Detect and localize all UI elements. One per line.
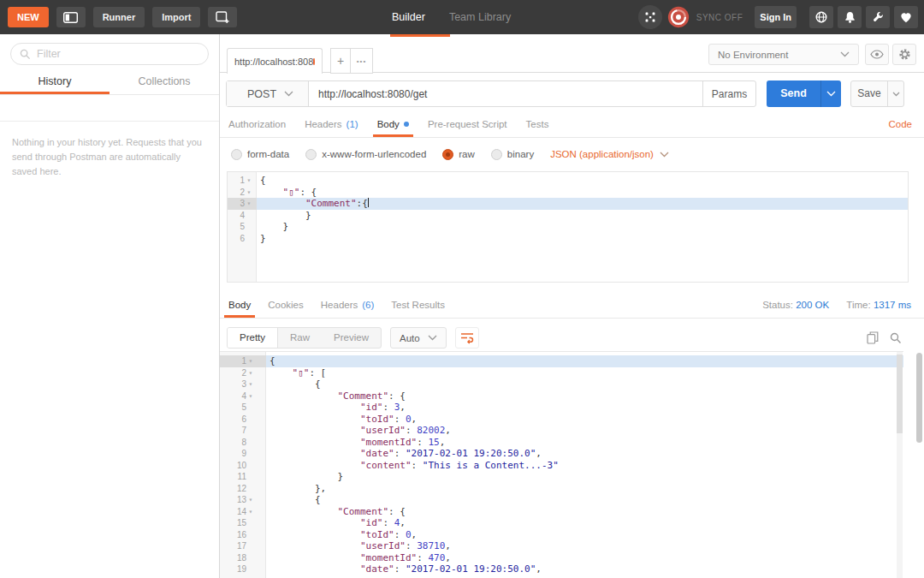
code-line: 2▾ "▯": {	[228, 187, 908, 199]
request-tab-authorization[interactable]: Authorization	[228, 111, 286, 137]
browse-button[interactable]	[809, 6, 833, 28]
line-number: 9	[220, 448, 266, 460]
line-number: 1▾	[228, 175, 257, 187]
settings-wrench-button[interactable]	[866, 6, 890, 28]
tab-team-library[interactable]: Team Library	[449, 11, 511, 23]
radio-icon	[491, 149, 502, 160]
response-tab-headers[interactable]: Headers(6)	[321, 292, 375, 318]
line-number: 2▾	[220, 367, 266, 379]
line-number: 16	[220, 529, 266, 541]
view-mode-raw[interactable]: Raw	[278, 328, 322, 348]
save-button[interactable]: Save	[851, 81, 887, 106]
body-mode-form-data[interactable]: form-data	[231, 149, 289, 160]
view-mode-preview[interactable]: Preview	[322, 328, 381, 348]
request-tab-label: Body	[377, 119, 400, 129]
filter-input[interactable]: Filter	[10, 43, 209, 65]
line-number: 4▾	[220, 390, 266, 402]
new-window-button[interactable]	[208, 7, 237, 27]
save-button-group: Save	[850, 80, 904, 107]
tab-options-button[interactable]: •••	[351, 48, 373, 74]
line-number: 15	[220, 517, 266, 529]
content-type-select[interactable]: JSON (application/json)	[550, 149, 669, 159]
fold-toggle-icon[interactable]: ▾	[245, 198, 253, 210]
response-tab-test-results[interactable]: Test Results	[391, 292, 445, 318]
fold-toggle-icon[interactable]: ▾	[246, 390, 255, 402]
line-number-value: 8	[241, 437, 246, 449]
send-button-group: Send	[767, 80, 841, 107]
tab-history[interactable]: History	[0, 69, 110, 94]
new-button[interactable]: NEW	[8, 7, 49, 27]
environment-settings-button[interactable]	[892, 44, 916, 65]
send-options-button[interactable]	[820, 80, 841, 107]
code-line: 11 }	[220, 471, 903, 483]
url-input[interactable]: http://localhost:8080/get	[309, 81, 702, 106]
code-line: 18 "momentId": 470,	[220, 552, 903, 564]
fold-toggle-icon[interactable]: ▾	[245, 187, 253, 199]
copy-icon[interactable]	[867, 331, 879, 344]
request-tab-headers[interactable]: Headers(1)	[305, 111, 358, 137]
method-value: POST	[247, 88, 276, 100]
line-number: 18	[220, 552, 266, 564]
request-tab-pre-request-script[interactable]: Pre-request Script	[428, 111, 507, 137]
fold-toggle-icon[interactable]: ▾	[246, 355, 255, 367]
method-select[interactable]: POST	[227, 81, 309, 106]
fold-toggle-icon[interactable]: ▾	[246, 494, 255, 506]
response-tab-body[interactable]: Body	[228, 292, 251, 318]
body-mode-binary[interactable]: binary	[491, 149, 534, 160]
response-view-mode: PrettyRawPreview	[227, 327, 382, 349]
import-button[interactable]: Import	[152, 7, 200, 27]
fold-toggle-icon[interactable]: ▾	[246, 378, 255, 390]
request-tab-body[interactable]: Body	[377, 111, 409, 137]
code-text: "date": "2017-02-01 19:20:50.0",	[266, 563, 903, 575]
format-select[interactable]: Auto	[390, 327, 447, 349]
request-tab-label: Headers	[305, 119, 341, 129]
environment-select[interactable]: No Environment	[708, 44, 859, 65]
sign-in-button[interactable]: Sign In	[755, 6, 797, 28]
response-tab-cookies[interactable]: Cookies	[268, 292, 304, 318]
save-options-button[interactable]	[887, 81, 903, 106]
sync-status-icon[interactable]	[666, 5, 690, 29]
code-text: "momentId": 15,	[266, 437, 903, 449]
request-body-editor[interactable]: 1▾{2▾ "▯": {3▾ "Comment":{4 }5 }6}	[227, 171, 909, 283]
body-mode-raw[interactable]: raw	[442, 149, 475, 160]
view-mode-pretty[interactable]: Pretty	[228, 328, 278, 348]
chevron-down-icon	[826, 91, 836, 97]
window-scrollbar-thumb[interactable]	[916, 353, 922, 443]
wrap-lines-button[interactable]	[455, 327, 479, 349]
radio-icon	[305, 149, 317, 160]
fold-toggle-icon[interactable]: ▾	[245, 175, 253, 187]
request-tab[interactable]: http://localhost:808	[227, 48, 323, 74]
line-number-value: 18	[237, 552, 246, 564]
body-mode-x-www-form-urlencoded[interactable]: x-www-form-urlencoded	[305, 149, 426, 160]
notifications-button[interactable]	[838, 6, 862, 28]
chevron-down-icon	[660, 152, 669, 158]
runner-button[interactable]: Runner	[93, 7, 145, 27]
request-tab-label: Tests	[526, 119, 549, 129]
line-number: 5	[228, 221, 257, 233]
code-link[interactable]: Code	[889, 111, 913, 138]
send-button[interactable]: Send	[767, 80, 820, 107]
line-number-value: 17	[237, 540, 246, 552]
capture-requests-button[interactable]	[638, 5, 662, 29]
tab-builder[interactable]: Builder	[392, 11, 425, 23]
request-tab-strip: http://localhost:808 + ••• No Environmen…	[220, 34, 924, 73]
tab-collections[interactable]: Collections	[110, 69, 219, 94]
request-tab-tests[interactable]: Tests	[526, 111, 549, 137]
line-number: 5	[220, 402, 266, 414]
layout-toggle-button[interactable]	[56, 7, 86, 27]
code-text: "userId": 82002,	[266, 425, 903, 437]
chevron-down-icon	[284, 91, 293, 97]
fold-toggle-icon[interactable]: ▾	[246, 367, 255, 379]
environment-preview-button[interactable]	[865, 44, 889, 65]
new-tab-button[interactable]: +	[330, 48, 351, 74]
favorites-button[interactable]	[894, 6, 918, 28]
code-text: }	[266, 471, 903, 483]
code-text: {	[257, 175, 908, 187]
line-number: 17	[220, 540, 266, 552]
params-button[interactable]: Params	[702, 81, 755, 106]
search-response-icon[interactable]	[890, 332, 902, 344]
response-tab-label: Test Results	[391, 300, 445, 310]
fold-toggle-icon[interactable]: ▾	[246, 506, 255, 518]
response-body-viewer[interactable]: 1▾{2▾ "▯": [3▾ {4▾ "Comment": {5 "id": 3…	[220, 351, 903, 578]
response-scrollbar-thumb[interactable]	[897, 355, 903, 433]
